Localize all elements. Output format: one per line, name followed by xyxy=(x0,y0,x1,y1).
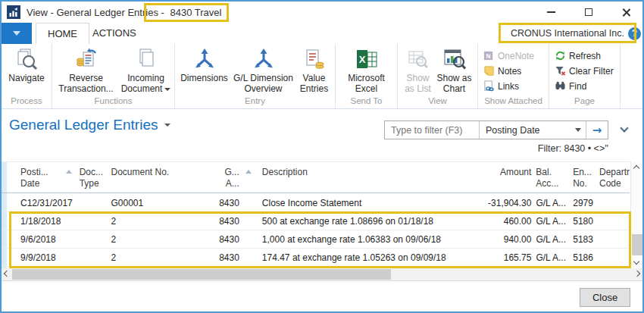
cell-gl-account[interactable]: 8430 xyxy=(198,252,239,263)
cell-description[interactable]: 500 at exchange rate 1.08696 on 01/18/18 xyxy=(239,216,466,227)
cell-amount[interactable]: 940.00 xyxy=(466,234,532,245)
links-button[interactable]: Links xyxy=(483,80,519,92)
column-header-entry-no[interactable]: En...No. xyxy=(573,167,599,192)
vertical-scrollbar[interactable] xyxy=(630,161,642,268)
value-entries-label: Value Entries xyxy=(297,73,332,94)
cell-gl-account[interactable]: 8430 xyxy=(198,216,239,227)
cell-posting-date[interactable]: 9/6/2018 xyxy=(20,234,80,245)
incoming-document-button[interactable]: Incoming Document xyxy=(119,45,174,94)
find-icon xyxy=(555,80,566,92)
cell-document-no[interactable]: 2 xyxy=(111,216,199,227)
horizontal-scrollbar-thumb[interactable] xyxy=(12,269,391,280)
cell-amount[interactable]: 460.00 xyxy=(466,216,532,227)
cell-gl-account[interactable]: 8430 xyxy=(198,234,239,245)
column-header-amount[interactable]: Amount xyxy=(466,167,532,192)
cell-bal-account[interactable]: G/L A... xyxy=(536,216,569,227)
refresh-button[interactable]: Refresh xyxy=(555,49,601,62)
titlebar: View - General Ledger Entries - 8430 Tra… xyxy=(2,2,642,23)
table-row[interactable]: 9/9/2018 2 8430 174.47 at exchange rate … xyxy=(2,249,630,267)
cell-posting-date[interactable]: 1/18/2018 xyxy=(20,216,80,227)
maximize-icon xyxy=(585,8,592,16)
cell-document-no[interactable]: 2 xyxy=(111,252,199,263)
onenote-button: N OneNote xyxy=(483,49,534,62)
reverse-transaction-button[interactable]: Reverse Transaction... xyxy=(54,45,119,94)
navigate-button[interactable]: Navigate xyxy=(5,45,48,83)
help-icon[interactable]: ? xyxy=(628,27,641,40)
page-title[interactable]: General Ledger Entries xyxy=(9,117,170,133)
scroll-down-icon[interactable] xyxy=(633,258,639,264)
cell-amount[interactable]: -31,904.30 xyxy=(466,198,532,208)
scroll-right-icon[interactable] xyxy=(634,271,640,277)
cell-document-no[interactable]: G00001 xyxy=(111,198,199,208)
filter-column-dropdown[interactable]: Posting Date xyxy=(480,121,586,139)
cell-posting-date[interactable]: 9/9/2018 xyxy=(20,252,80,263)
table-row[interactable]: C12/31/2017 G00001 8430 Close Income Sta… xyxy=(2,194,630,212)
application-menu-button[interactable] xyxy=(2,23,32,44)
scroll-left-icon[interactable] xyxy=(4,271,10,277)
column-header-department-code[interactable]: DepartrCode xyxy=(599,167,630,192)
value-entries-button[interactable]: Value Entries xyxy=(297,45,332,94)
cell-description[interactable]: 174.47 at exchange rate 1.05263 on 09/09… xyxy=(239,252,466,263)
column-header-bal-account[interactable]: Bal.Acc... xyxy=(536,167,569,192)
column-header-document-type[interactable]: Doc...Type xyxy=(80,167,111,192)
group-label-page: Page xyxy=(549,96,620,108)
collapse-filter-pane-chevron[interactable] xyxy=(620,124,628,132)
cell-entry-no[interactable]: 5180 xyxy=(573,216,599,227)
cell-posting-date[interactable]: C12/31/2017 xyxy=(20,198,80,208)
table-row[interactable]: 1/18/2018 2 8430 500 at exchange rate 1.… xyxy=(2,212,630,230)
svg-text:N: N xyxy=(486,52,491,60)
footer: Close xyxy=(2,280,642,311)
cell-entry-no[interactable]: 5183 xyxy=(573,234,599,245)
onenote-label: OneNote xyxy=(498,51,534,61)
clear-filter-label: Clear Filter xyxy=(569,66,614,77)
horizontal-scrollbar[interactable] xyxy=(2,268,642,280)
gl-dimension-overview-icon xyxy=(252,47,276,71)
cell-gl-account[interactable]: 8430 xyxy=(198,198,239,208)
cell-bal-account[interactable]: G/L A... xyxy=(536,252,569,263)
close-window-button[interactable] xyxy=(618,5,635,19)
incoming-document-icon xyxy=(134,47,158,71)
table-row[interactable]: 9/6/2018 2 8430 1,000 at exchange rate 1… xyxy=(2,230,630,249)
clear-filter-icon xyxy=(555,65,566,77)
links-icon xyxy=(483,80,495,92)
column-header-gl-account[interactable]: G...A... xyxy=(198,167,239,192)
vertical-scrollbar-thumb[interactable] xyxy=(632,234,642,255)
cell-document-no[interactable]: 2 xyxy=(111,234,199,245)
column-header-description[interactable]: Description xyxy=(239,167,466,192)
navigate-label: Navigate xyxy=(5,73,48,83)
notes-button[interactable]: Notes xyxy=(483,64,521,77)
gl-dimension-overview-button[interactable]: G/L Dimension Overview xyxy=(230,45,297,94)
scroll-up-icon[interactable] xyxy=(633,165,639,171)
cell-entry-no[interactable]: 2979 xyxy=(573,198,599,208)
cell-bal-account[interactable]: G/L A... xyxy=(536,198,569,208)
find-button[interactable]: Find xyxy=(555,80,586,92)
filter-input[interactable] xyxy=(385,121,479,139)
refresh-label: Refresh xyxy=(569,51,601,61)
dimensions-button[interactable]: Dimensions xyxy=(179,45,230,83)
ribbon-spacer xyxy=(621,44,642,108)
cell-amount[interactable]: 165.75 xyxy=(466,252,532,263)
close-button[interactable]: Close xyxy=(580,288,630,307)
cell-entry-no[interactable]: 5186 xyxy=(573,252,599,263)
apply-filter-button[interactable]: → xyxy=(586,121,608,139)
cell-bal-account[interactable]: G/L A... xyxy=(536,234,569,245)
microsoft-excel-button[interactable]: X Microsoft Excel xyxy=(345,45,389,94)
clear-filter-button[interactable]: Clear Filter xyxy=(555,64,614,77)
minimize-button[interactable] xyxy=(542,5,559,19)
cell-description[interactable]: 1,000 at exchange rate 1.06383 on 09/06/… xyxy=(239,234,466,245)
cell-description[interactable]: Close Income Statement xyxy=(239,198,466,208)
gl-dimension-overview-label: G/L Dimension Overview xyxy=(230,73,297,94)
maximize-button[interactable] xyxy=(580,5,597,19)
incoming-document-label: Incoming Document xyxy=(119,73,174,94)
column-header-document-no[interactable]: Document No. xyxy=(111,167,199,192)
links-label: Links xyxy=(498,81,519,92)
dimensions-label: Dimensions xyxy=(179,73,230,83)
table-header: Posti...Date Doc...Type Document No. G..… xyxy=(2,161,630,193)
sort-ascending-icon xyxy=(245,170,252,174)
tab-actions[interactable]: ACTIONS xyxy=(81,23,148,44)
app-icon xyxy=(7,5,20,19)
refresh-icon xyxy=(555,50,566,61)
ribbon: Navigate Process xyxy=(2,44,642,109)
notes-icon xyxy=(483,65,495,77)
show-as-chart-button[interactable]: Show as Chart xyxy=(435,45,474,94)
